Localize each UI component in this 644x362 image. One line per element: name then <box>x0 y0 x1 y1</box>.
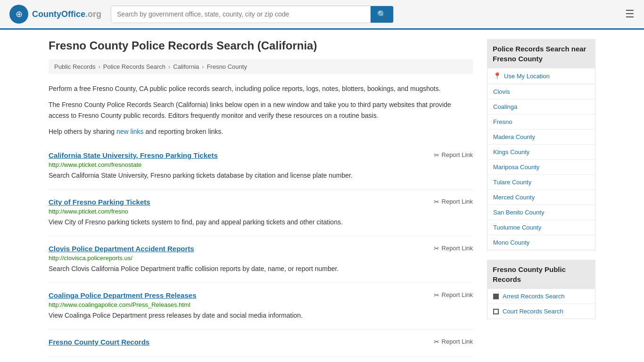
nearby-list: 📍 Use My Location Clovis Coalinga Fresno… <box>487 68 595 250</box>
result-desc: Search Clovis California Police Departme… <box>49 264 473 274</box>
result-desc: View Coalinga Police Department press re… <box>49 311 473 321</box>
nearby-merced-county[interactable]: Merced County <box>487 190 595 205</box>
breadcrumb: Public Records › Police Records Search ›… <box>49 59 473 74</box>
report-link[interactable]: ✂ Report Link <box>434 151 473 159</box>
result-title[interactable]: Fresno County Court Records <box>49 338 149 346</box>
nearby-madera-county[interactable]: Madera County <box>487 130 595 145</box>
nearby-fresno[interactable]: Fresno <box>487 115 595 130</box>
result-desc: Search California State University, Fres… <box>49 171 473 181</box>
result-item: Clovis Police Department Accident Report… <box>49 236 473 283</box>
logo-area: ⊕ CountyOffice.org <box>9 5 101 24</box>
use-location-item[interactable]: 📍 Use My Location <box>487 68 595 84</box>
search-bar: 🔍 <box>111 6 394 23</box>
page-container: Fresno County Police Records Search (Cal… <box>39 30 605 362</box>
sidebar: Police Records Search near Fresno County… <box>487 39 595 357</box>
logo-text: CountyOffice.org <box>32 9 101 19</box>
report-link[interactable]: ✂ Report Link <box>434 198 473 206</box>
nearby-coalinga[interactable]: Coalinga <box>487 99 595 115</box>
nearby-mariposa-county[interactable]: Mariposa County <box>487 160 595 175</box>
breadcrumb-fresno-county[interactable]: Fresno County <box>207 63 247 70</box>
result-title[interactable]: Clovis Police Department Accident Report… <box>49 245 194 253</box>
description-3: Help others by sharing new links and rep… <box>49 126 473 137</box>
nearby-tulare-county[interactable]: Tulare County <box>487 175 595 190</box>
arrest-records-item[interactable]: Arrest Records Search <box>487 289 595 304</box>
nearby-clovis[interactable]: Clovis <box>487 84 595 99</box>
description-1: Perform a free Fresno County, CA public … <box>49 83 473 94</box>
public-records-title: Fresno County Public Records <box>487 260 595 289</box>
court-records-item[interactable]: Court Records Search <box>487 304 595 319</box>
logo-icon: ⊕ <box>9 5 28 24</box>
nearby-mono-county[interactable]: Mono County <box>487 235 595 250</box>
report-link[interactable]: ✂ Report Link <box>434 291 473 299</box>
result-item: City of Fresno Parking Tickets ✂ Report … <box>49 189 473 236</box>
description-2: The Fresno County Police Records Search … <box>49 99 473 121</box>
breadcrumb-public-records[interactable]: Public Records <box>54 63 95 70</box>
outline-square-icon <box>493 309 499 314</box>
result-title[interactable]: California State University, Fresno Park… <box>49 151 218 159</box>
hamburger-menu-icon[interactable]: ☰ <box>625 8 635 20</box>
result-item: Fresno County Court Records ✂ Report Lin… <box>49 329 473 357</box>
filled-square-icon <box>493 294 499 299</box>
result-desc: View City of Fresno parking tickets syst… <box>49 217 473 227</box>
result-url[interactable]: http://www.coalingapolice.com/Press_Rele… <box>49 301 473 308</box>
report-link-icon: ✂ <box>434 198 439 206</box>
location-pin-icon: 📍 <box>493 72 501 80</box>
breadcrumb-police-records[interactable]: Police Records Search <box>103 63 165 70</box>
breadcrumb-california[interactable]: California <box>173 63 199 70</box>
site-header: ⊕ CountyOffice.org 🔍 ☰ <box>0 0 644 30</box>
nearby-section: Police Records Search near Fresno County… <box>487 39 595 250</box>
search-input[interactable] <box>111 6 371 23</box>
report-link[interactable]: ✂ Report Link <box>434 245 473 252</box>
public-records-section: Fresno County Public Records Arrest Reco… <box>487 260 595 319</box>
result-title[interactable]: Coalinga Police Department Press Release… <box>49 291 196 299</box>
nearby-title: Police Records Search near Fresno County <box>487 39 595 68</box>
report-link-icon: ✂ <box>434 245 439 252</box>
main-content: Fresno County Police Records Search (Cal… <box>49 39 473 357</box>
report-link-icon: ✂ <box>434 151 439 159</box>
nearby-kings-county[interactable]: Kings County <box>487 145 595 160</box>
result-item: California State University, Fresno Park… <box>49 143 473 189</box>
public-records-list: Arrest Records Search Court Records Sear… <box>487 289 595 319</box>
result-url[interactable]: http://www.pticket.com/fresnostate <box>49 161 473 168</box>
report-link[interactable]: ✂ Report Link <box>434 338 473 346</box>
page-title: Fresno County Police Records Search (Cal… <box>49 39 473 52</box>
nearby-tuolumne-county[interactable]: Tuolumne County <box>487 220 595 235</box>
result-url[interactable]: http://clovisca.policereports.us/ <box>49 255 473 262</box>
new-links-link[interactable]: new links <box>116 128 144 135</box>
results-list: California State University, Fresno Park… <box>49 143 473 357</box>
report-link-icon: ✂ <box>434 291 439 299</box>
search-button[interactable]: 🔍 <box>371 6 393 23</box>
result-url[interactable]: http://www.pticket.com/fresno <box>49 208 473 215</box>
report-link-icon: ✂ <box>434 338 439 346</box>
result-item: Coalinga Police Department Press Release… <box>49 283 473 329</box>
result-title[interactable]: City of Fresno Parking Tickets <box>49 198 150 206</box>
nearby-san-benito-county[interactable]: San Benito County <box>487 205 595 220</box>
